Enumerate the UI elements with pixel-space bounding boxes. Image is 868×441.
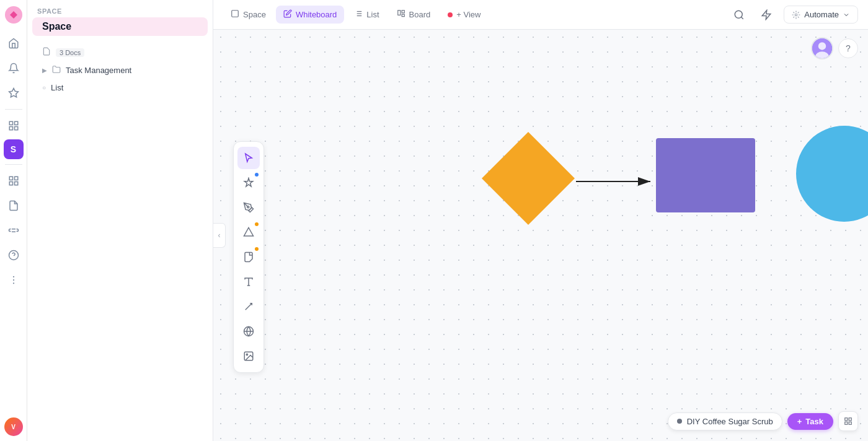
view-dot bbox=[448, 12, 453, 17]
svg-rect-2 bbox=[9, 121, 12, 124]
toolbar-sticky[interactable] bbox=[237, 246, 260, 268]
space-tab-icon bbox=[231, 9, 239, 20]
sidebar-icon-docs[interactable] bbox=[2, 194, 25, 217]
canvas-topright: ? bbox=[811, 37, 858, 59]
sidebar-space-icon[interactable]: S bbox=[4, 139, 24, 159]
sidebar-icon-bell[interactable] bbox=[2, 57, 25, 79]
canvas-area[interactable]: ‹ ? bbox=[213, 30, 868, 441]
svg-marker-1 bbox=[9, 89, 18, 97]
svg-rect-24 bbox=[402, 14, 404, 17]
topbar: Space Whiteboard List bbox=[213, 0, 868, 30]
board-tab-icon bbox=[397, 9, 405, 20]
sidebar-icon-home[interactable] bbox=[2, 32, 25, 55]
svg-rect-47 bbox=[845, 418, 848, 421]
sidebar-icon-star[interactable] bbox=[2, 82, 25, 104]
toolbar-select-tool[interactable] bbox=[237, 147, 260, 169]
tab-whiteboard[interactable]: Whiteboard bbox=[276, 6, 344, 24]
chevron-down-icon bbox=[843, 11, 850, 19]
nav-panel: SPACE Space 3 Docs ▶ Task Management ○ L… bbox=[27, 0, 213, 441]
svg-rect-7 bbox=[14, 177, 17, 180]
tab-space[interactable]: Space bbox=[223, 6, 273, 24]
sidebar-icon-more[interactable] bbox=[2, 269, 25, 291]
sticky-dot bbox=[255, 247, 259, 251]
svg-rect-9 bbox=[9, 182, 12, 185]
whiteboard-toolbar bbox=[233, 141, 264, 373]
svg-rect-48 bbox=[849, 418, 851, 421]
toolbar-image[interactable] bbox=[237, 345, 260, 367]
docs-icon bbox=[42, 47, 51, 58]
svg-marker-27 bbox=[763, 10, 771, 19]
toolbar-globe[interactable] bbox=[237, 320, 260, 343]
toolbar-shape[interactable] bbox=[237, 221, 260, 243]
circle-shape[interactable] bbox=[796, 126, 868, 222]
toolbar-text[interactable] bbox=[237, 271, 260, 293]
app-logo[interactable] bbox=[4, 5, 24, 25]
tab-list-label: List bbox=[366, 10, 379, 19]
sidebar-divider-1 bbox=[5, 109, 22, 110]
svg-rect-3 bbox=[14, 121, 17, 124]
automate-button[interactable]: Automate bbox=[784, 6, 858, 24]
svg-rect-15 bbox=[232, 11, 239, 17]
grid-view-button[interactable] bbox=[838, 411, 858, 431]
add-view-label: + View bbox=[456, 10, 480, 19]
add-task-button[interactable]: + Task bbox=[787, 413, 833, 430]
nav-item-docs[interactable]: 3 Docs bbox=[32, 43, 208, 61]
svg-marker-41 bbox=[482, 132, 575, 225]
toolbar-connector[interactable] bbox=[237, 295, 260, 318]
sidebar-divider-2 bbox=[5, 164, 22, 165]
sidebar-icon-goals[interactable] bbox=[2, 219, 25, 242]
svg-rect-49 bbox=[849, 422, 851, 424]
space-title[interactable]: Space bbox=[32, 17, 208, 36]
svg-point-32 bbox=[247, 206, 249, 208]
svg-rect-5 bbox=[9, 127, 12, 130]
whiteboard-tab-icon bbox=[283, 9, 292, 20]
lightning-button[interactable] bbox=[756, 5, 776, 25]
help-button[interactable]: ? bbox=[838, 38, 858, 58]
task-management-label: Task Management bbox=[66, 66, 131, 75]
avatar-image bbox=[812, 38, 832, 58]
list-dot-icon: ○ bbox=[42, 84, 46, 91]
sidebar-icon-grid[interactable] bbox=[2, 115, 25, 137]
list-tab-icon bbox=[354, 9, 363, 20]
sidebar-icon-help[interactable] bbox=[2, 244, 25, 266]
tab-board-label: Board bbox=[409, 10, 431, 19]
tab-add-view[interactable]: + View bbox=[440, 6, 488, 23]
nav-item-list[interactable]: ○ List bbox=[32, 79, 208, 96]
tab-board[interactable]: Board bbox=[389, 6, 438, 24]
automate-label: Automate bbox=[804, 10, 839, 19]
svg-rect-8 bbox=[14, 182, 17, 185]
svg-point-13 bbox=[12, 279, 14, 281]
tab-list[interactable]: List bbox=[347, 6, 386, 24]
svg-point-30 bbox=[818, 42, 826, 50]
svg-point-40 bbox=[246, 354, 247, 355]
svg-rect-50 bbox=[845, 422, 848, 424]
svg-point-28 bbox=[795, 14, 798, 16]
svg-rect-44 bbox=[656, 138, 755, 212]
user-avatar-bottom[interactable]: V bbox=[4, 417, 23, 436]
tab-whiteboard-label: Whiteboard bbox=[296, 10, 337, 19]
rectangle-shape[interactable] bbox=[656, 138, 755, 212]
search-button[interactable] bbox=[729, 5, 749, 25]
toolbar-smart-draw[interactable] bbox=[237, 172, 260, 194]
diamond-shape[interactable] bbox=[479, 129, 578, 228]
task-dot bbox=[677, 419, 682, 424]
icon-sidebar: S V bbox=[0, 0, 27, 441]
svg-line-26 bbox=[742, 17, 743, 19]
svg-point-25 bbox=[735, 11, 743, 18]
nav-item-task-management[interactable]: ▶ Task Management bbox=[32, 61, 208, 79]
task-pill[interactable]: DIY Coffee Sugar Scrub bbox=[668, 413, 782, 430]
tab-space-label: Space bbox=[243, 10, 266, 19]
plus-icon: + bbox=[797, 417, 802, 426]
canvas-user-avatar[interactable] bbox=[811, 37, 833, 59]
svg-rect-23 bbox=[402, 11, 404, 13]
shape-dot bbox=[255, 222, 259, 226]
svg-rect-22 bbox=[397, 11, 400, 15]
collapse-button[interactable]: ‹ bbox=[213, 223, 226, 248]
docs-label: 3 Docs bbox=[56, 48, 84, 57]
svg-point-45 bbox=[796, 126, 868, 222]
toolbar-pen[interactable] bbox=[237, 196, 260, 219]
help-icon: ? bbox=[846, 43, 851, 53]
topbar-right: Automate bbox=[729, 5, 858, 25]
sidebar-icon-dashboards[interactable] bbox=[2, 170, 25, 192]
arrow-connector bbox=[573, 172, 660, 191]
